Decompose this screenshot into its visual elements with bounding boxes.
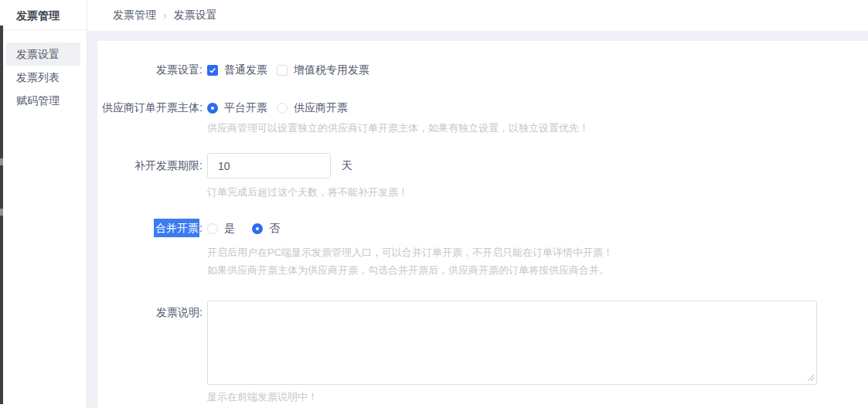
main-area: 发票管理 › 发票设置 发票设置: 普通 — [87, 0, 868, 408]
supplier-subject-row: 供应商订单开票主体: 平台开票 供应商开票 — [97, 101, 868, 115]
reissue-period-row: 补开发票期限: 天 — [97, 153, 868, 178]
checkbox-label: 普通发票 — [224, 63, 267, 77]
reissue-period-field: 天 — [207, 153, 352, 178]
supplier-subject-help: 供应商管理可以设置独立的供应商订单开票主体，如果有独立设置，以独立设置优先！ — [207, 121, 868, 135]
sidebar-item-invoice-settings[interactable]: 发票设置 — [6, 42, 80, 66]
content-background: 发票设置: 普通发票 增值税专用发票 — [87, 32, 868, 408]
sidebar-item-invoice-list[interactable]: 发票列表 — [0, 66, 87, 89]
checkbox-vat-special-invoice[interactable]: 增值税专用发票 — [277, 63, 369, 77]
radio-label: 平台开票 — [224, 101, 267, 115]
sidebar-title: 发票管理 — [0, 0, 87, 30]
checkbox-checked-icon[interactable] — [207, 65, 218, 76]
radio-merge-yes[interactable]: 是 — [207, 222, 235, 236]
merge-invoice-label: 合并开票: — [97, 222, 203, 236]
sidebar: 发票管理 发票设置 发票列表 赋码管理 — [0, 0, 87, 408]
nav-strip-mark — [0, 209, 3, 216]
merge-invoice-help-1: 开启后用户在PC端显示发票管理入口，可以合并订单开票，不开启只能在订单详情中开票… — [207, 246, 868, 260]
app-window: 发票管理 发票设置 发票列表 赋码管理 发票管理 › 发票设置 发票设置: — [0, 0, 868, 408]
invoice-note-field — [207, 301, 817, 385]
sidebar-menu: 发票设置 发票列表 赋码管理 — [0, 30, 87, 112]
reissue-period-input[interactable] — [207, 153, 331, 178]
invoice-type-label: 发票设置: — [97, 63, 203, 77]
settings-card: 发票设置: 普通发票 增值税专用发票 — [97, 41, 868, 408]
merge-invoice-label-highlighted-text: 合并开票 — [154, 219, 199, 237]
nav-strip-mark — [0, 158, 3, 165]
reissue-period-help: 订单完成后超过这个天数，将不能补开发票！ — [207, 185, 868, 199]
supplier-subject-label: 供应商订单开票主体: — [97, 101, 203, 115]
radio-selected-icon[interactable] — [207, 103, 218, 114]
merge-invoice-options: 是 否 — [207, 222, 280, 236]
checkbox-ordinary-invoice[interactable]: 普通发票 — [207, 63, 267, 77]
merge-invoice-help-2: 如果供应商开票主体为供应商开票，勾选合并开票后，供应商开票的订单将按供应商合并。 — [207, 264, 868, 277]
radio-label: 供应商开票 — [294, 101, 348, 115]
radio-unselected-icon[interactable] — [277, 103, 288, 114]
radio-platform-invoicing[interactable]: 平台开票 — [207, 101, 267, 115]
checkbox-unchecked-icon[interactable] — [277, 65, 288, 76]
breadcrumb: 发票管理 › 发票设置 — [87, 0, 868, 32]
sidebar-item-code-management[interactable]: 赋码管理 — [0, 89, 87, 112]
radio-label: 否 — [269, 222, 280, 236]
radio-label: 是 — [224, 222, 235, 236]
checkmark-icon — [209, 66, 216, 74]
invoice-note-help: 显示在前端发票说明中！ — [207, 390, 868, 404]
merge-invoice-label-colon: : — [199, 222, 203, 234]
reissue-period-unit: 天 — [342, 159, 352, 173]
radio-merge-no[interactable]: 否 — [252, 222, 280, 236]
reissue-period-label: 补开发票期限: — [97, 159, 203, 173]
breadcrumb-item-invoice-settings[interactable]: 发票设置 — [174, 8, 217, 22]
checkbox-label: 增值税专用发票 — [294, 63, 369, 77]
supplier-subject-options: 平台开票 供应商开票 — [207, 101, 348, 115]
breadcrumb-separator-icon: › — [163, 9, 167, 22]
invoice-type-row: 发票设置: 普通发票 增值税专用发票 — [97, 63, 868, 77]
invoice-note-textarea[interactable] — [207, 301, 817, 385]
invoice-note-label: 发票说明: — [97, 301, 203, 320]
invoice-type-options: 普通发票 增值税专用发票 — [207, 63, 369, 77]
radio-selected-icon[interactable] — [252, 223, 263, 234]
merge-invoice-row: 合并开票: 是 否 — [97, 222, 868, 236]
invoice-note-row: 发票说明: — [97, 301, 868, 385]
breadcrumb-item-invoice-management[interactable]: 发票管理 — [113, 8, 156, 22]
collapsed-nav-strip[interactable] — [0, 26, 3, 404]
radio-supplier-invoicing[interactable]: 供应商开票 — [277, 101, 348, 115]
radio-unselected-icon[interactable] — [207, 223, 218, 234]
